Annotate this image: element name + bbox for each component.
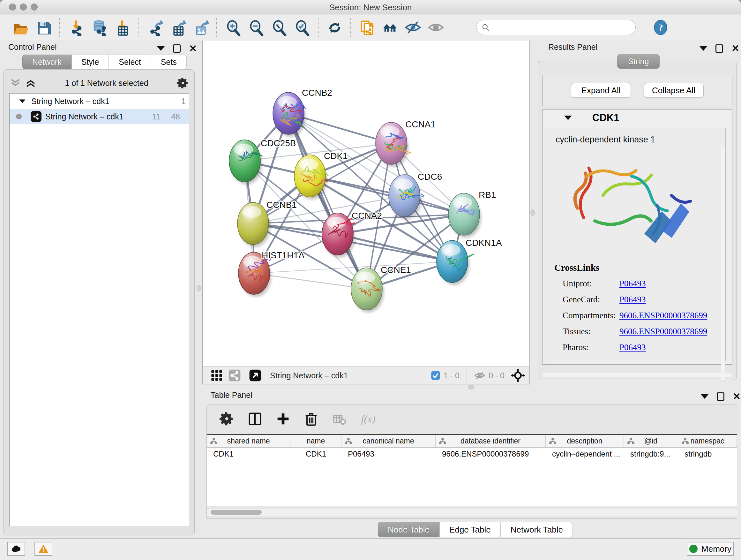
table-panel-minimize-icon[interactable] [701, 394, 709, 399]
tab-network[interactable]: Network [22, 55, 71, 69]
toolbar-separator [318, 18, 319, 37]
tab-string[interactable]: String [617, 54, 660, 69]
zoom-out-button[interactable] [245, 17, 267, 38]
network-node-ccne1[interactable]: CCNE1 [351, 265, 411, 313]
refresh-network-button[interactable] [323, 17, 346, 38]
export-table-button[interactable] [166, 17, 189, 38]
results-horizontal-scrollbar[interactable] [542, 373, 732, 377]
column-header-namespac[interactable]: namespac [678, 435, 737, 447]
crosslinks-section: CrossLinks Uniprot:P06493GeneCard:P06493… [554, 262, 707, 359]
node-label-ccnb1: CCNB1 [266, 200, 297, 210]
crosslink-link[interactable]: P06493 [619, 279, 646, 288]
memory-button[interactable]: Memory [687, 542, 734, 556]
network-canvas[interactable]: CCNB2 CCNA1 CDC25B CDK1 CDC6 RB1 CCNB1 [202, 41, 530, 367]
open-session-button[interactable] [9, 17, 32, 38]
zoom-fit-button[interactable] [267, 17, 290, 38]
collapse-all-button[interactable]: Collapse All [644, 83, 704, 98]
import-network-file-button[interactable] [64, 17, 87, 38]
grid-view-icon[interactable] [210, 369, 223, 382]
network-view-share-icon[interactable] [228, 369, 241, 382]
add-column-button[interactable] [274, 410, 292, 428]
first-neighbors-button[interactable] [379, 17, 401, 38]
help-button[interactable]: ? [649, 17, 672, 38]
tab-select[interactable]: Select [109, 55, 151, 69]
duplicate-network-button[interactable] [355, 17, 379, 38]
duplicate-network-icon [359, 19, 375, 36]
cloud-status-button[interactable] [7, 542, 25, 556]
export-network-button[interactable] [143, 17, 166, 38]
expand-all-button[interactable]: Expand All [571, 83, 631, 98]
results-vertical-scrollbar[interactable] [721, 147, 725, 380]
network-node-cdkn1a[interactable]: CDKN1A [436, 238, 502, 285]
zoom-in-button[interactable] [221, 17, 245, 38]
results-panel-minimize-icon[interactable] [699, 46, 707, 51]
collection-label: String Network – cdk1 [31, 97, 110, 106]
import-table-file-button[interactable] [111, 17, 133, 38]
warning-icon [38, 544, 49, 554]
table-panel: Table Panel ✕ f(x) shared namenamecanoni… [202, 388, 741, 537]
results-panel-float-icon[interactable] [716, 44, 723, 53]
network-node-ccna1[interactable]: CCNA1 [376, 119, 435, 167]
tab-network-table[interactable]: Network Table [501, 522, 573, 537]
control-panel-close-icon[interactable]: ✕ [189, 44, 197, 53]
table-settings-button[interactable] [218, 410, 235, 428]
column-header-name[interactable]: name [290, 435, 341, 447]
column-header-description[interactable]: description [546, 435, 624, 447]
birdseye-view-icon[interactable] [511, 368, 525, 382]
tab-node-table[interactable]: Node Table [378, 522, 440, 537]
crosslink-row: Tissues:9606.ENSP00000378699 [554, 327, 707, 336]
table-horizontal-scrollbar[interactable] [207, 509, 737, 516]
network-node-hist1h1a[interactable]: HIST1H1A [239, 250, 305, 297]
selected-checkbox-icon[interactable] [431, 371, 441, 380]
network-node-rb1[interactable]: RB1 [448, 190, 496, 238]
expand-all-icon[interactable] [24, 78, 37, 88]
node-label-ccne1: CCNE1 [381, 265, 411, 275]
control-panel-float-icon[interactable] [173, 44, 181, 53]
warnings-button[interactable] [35, 542, 52, 556]
import-network-database-button[interactable] [87, 17, 111, 38]
left-splitter-handle[interactable] [197, 285, 201, 292]
table-panel-float-icon[interactable] [717, 392, 724, 401]
table-row[interactable]: CDK1CDK1P064939606.ENSP00000378699cyclin… [207, 448, 737, 461]
split-columns-button[interactable] [246, 410, 264, 428]
collection-expand-icon[interactable] [19, 99, 25, 103]
crosslink-link[interactable]: P06493 [619, 343, 646, 352]
network-options-gear-icon[interactable] [177, 77, 189, 89]
delete-column-button[interactable] [302, 410, 320, 428]
network-row-selected[interactable]: String Network – cdk1 11 48 [10, 109, 189, 124]
column-header-database-identifier[interactable]: database identifier [435, 435, 546, 447]
crosslink-link[interactable]: 9606.ENSP00000378699 [619, 311, 707, 320]
string-results-body: Expand All Collapse All CDK1 cyclin-depe… [538, 61, 737, 380]
show-all-button[interactable] [424, 17, 448, 38]
search-input[interactable] [490, 23, 624, 32]
table-scrollbar-thumb[interactable] [211, 510, 262, 515]
network-node-ccnb1[interactable]: CCNB1 [238, 200, 297, 247]
crosslink-link[interactable]: P06493 [619, 295, 646, 304]
save-session-button[interactable] [32, 17, 55, 38]
tab-style[interactable]: Style [71, 55, 109, 69]
network-node-cdc6[interactable]: CDC6 [389, 172, 442, 219]
table-panel-close-icon[interactable]: ✕ [733, 392, 741, 401]
zoom-selected-button[interactable] [290, 17, 313, 38]
network-collection-row[interactable]: String Network – cdk1 1 [10, 94, 189, 109]
export-image-button[interactable] [189, 17, 212, 38]
network-node-ccnb2[interactable]: CCNB2 [273, 88, 332, 137]
collapse-all-icon[interactable] [9, 78, 21, 88]
main-toolbar: ? [0, 15, 741, 40]
tab-sets[interactable]: Sets [151, 55, 187, 69]
network-node-cdc25b[interactable]: CDC25B [229, 138, 296, 185]
column-header-canonical-name[interactable]: canonical name [341, 435, 435, 447]
selected-count: 1 - 0 [444, 371, 460, 380]
table-cell: cyclin–dependent ... [546, 448, 624, 461]
tab-edge-table[interactable]: Edge Table [440, 522, 501, 537]
control-panel-minimize-icon[interactable] [157, 46, 165, 51]
column-header--id[interactable]: @id [624, 435, 678, 447]
crosslink-link[interactable]: 9606.ENSP00000378699 [619, 327, 707, 336]
search-box[interactable] [476, 20, 636, 35]
column-header-shared-name[interactable]: shared name [207, 435, 290, 447]
results-panel-close-icon[interactable]: ✕ [731, 44, 739, 53]
hide-selected-button[interactable] [401, 17, 424, 38]
gene-entry-collapse-icon[interactable] [564, 116, 572, 120]
network-node-cdk1[interactable]: CDK1 [294, 151, 348, 199]
detach-view-icon[interactable] [249, 369, 262, 382]
